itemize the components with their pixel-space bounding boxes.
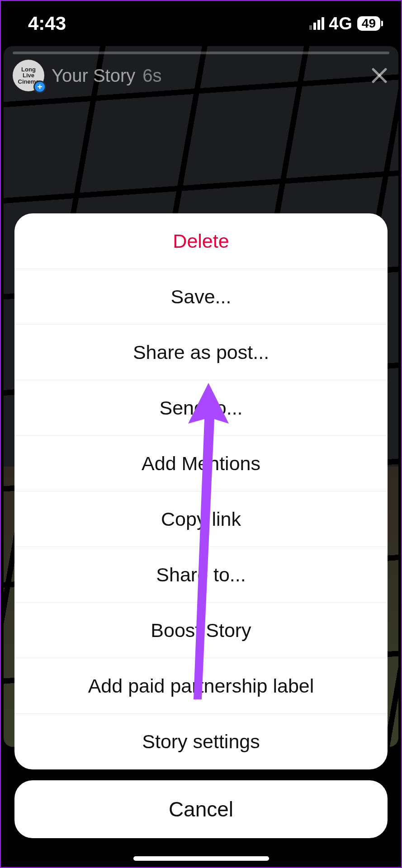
share-as-post-button[interactable]: Share as post... bbox=[14, 325, 388, 380]
share-to-button[interactable]: Share to... bbox=[14, 547, 388, 603]
avatar[interactable]: LongLiveCinema + bbox=[13, 60, 44, 91]
story-progress-bar[interactable] bbox=[13, 52, 389, 54]
action-sheet: Delete Save... Share as post... Send to.… bbox=[14, 213, 388, 838]
story-title: Your Story bbox=[52, 66, 135, 86]
send-to-button[interactable]: Send to... bbox=[14, 380, 388, 436]
boost-story-button[interactable]: Boost Story bbox=[14, 603, 388, 658]
battery-level: 49 bbox=[357, 16, 380, 31]
story-settings-button[interactable]: Story settings bbox=[14, 714, 388, 769]
cellular-signal-icon bbox=[309, 17, 324, 30]
copy-link-button[interactable]: Copy link bbox=[14, 491, 388, 547]
add-mentions-button[interactable]: Add Mentions bbox=[14, 436, 388, 491]
status-time: 4:43 bbox=[28, 13, 66, 34]
close-icon[interactable] bbox=[369, 66, 389, 85]
network-label: 4G bbox=[329, 14, 353, 33]
cancel-button[interactable]: Cancel bbox=[14, 780, 388, 838]
status-right: 4G 49 bbox=[309, 14, 383, 33]
delete-button[interactable]: Delete bbox=[14, 213, 388, 269]
story-age: 6s bbox=[142, 66, 161, 86]
action-sheet-menu: Delete Save... Share as post... Send to.… bbox=[14, 213, 388, 769]
home-indicator[interactable] bbox=[133, 856, 269, 861]
plus-icon: + bbox=[33, 80, 46, 93]
battery-icon: 49 bbox=[357, 16, 383, 31]
save-button[interactable]: Save... bbox=[14, 269, 388, 325]
add-paid-partnership-button[interactable]: Add paid partnership label bbox=[14, 658, 388, 714]
status-bar: 4:43 4G 49 bbox=[1, 1, 401, 46]
story-header: LongLiveCinema + Your Story 6s bbox=[13, 60, 389, 91]
